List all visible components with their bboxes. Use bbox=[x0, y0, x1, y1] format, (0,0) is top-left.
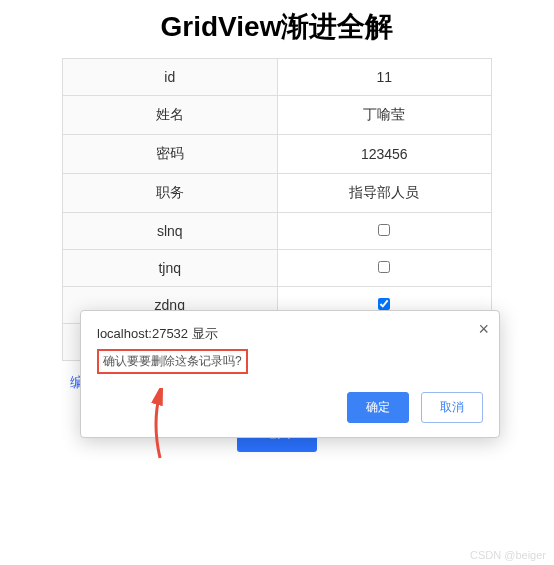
table-row: 姓名丁喻莹 bbox=[63, 96, 492, 135]
zdnq-checkbox[interactable] bbox=[378, 298, 390, 310]
row-value: 123456 bbox=[277, 135, 492, 174]
row-label: id bbox=[63, 59, 278, 96]
row-label: 姓名 bbox=[63, 96, 278, 135]
tjnq-checkbox[interactable] bbox=[378, 261, 390, 273]
row-label: slnq bbox=[63, 213, 278, 250]
confirm-dialog: × localhost:27532 显示 确认要要删除这条记录吗? 确定 取消 bbox=[80, 310, 500, 438]
cancel-button[interactable]: 取消 bbox=[421, 392, 483, 423]
dialog-message: 确认要要删除这条记录吗? bbox=[97, 349, 248, 374]
slnq-checkbox[interactable] bbox=[378, 224, 390, 236]
ok-button[interactable]: 确定 bbox=[347, 392, 409, 423]
row-value bbox=[277, 213, 492, 250]
watermark: CSDN @beiger bbox=[470, 549, 546, 561]
table-row: 职务指导部人员 bbox=[63, 174, 492, 213]
row-label: 职务 bbox=[63, 174, 278, 213]
row-value: 指导部人员 bbox=[277, 174, 492, 213]
table-row: tjnq bbox=[63, 250, 492, 287]
close-icon[interactable]: × bbox=[478, 319, 489, 340]
table-row: slnq bbox=[63, 213, 492, 250]
table-row: 密码123456 bbox=[63, 135, 492, 174]
page-title: GridView渐进全解 bbox=[0, 0, 554, 58]
row-value: 丁喻莹 bbox=[277, 96, 492, 135]
table-row: id11 bbox=[63, 59, 492, 96]
row-value bbox=[277, 250, 492, 287]
row-value: 11 bbox=[277, 59, 492, 96]
row-label: 密码 bbox=[63, 135, 278, 174]
row-label: tjnq bbox=[63, 250, 278, 287]
dialog-title: localhost:27532 显示 bbox=[97, 325, 483, 343]
